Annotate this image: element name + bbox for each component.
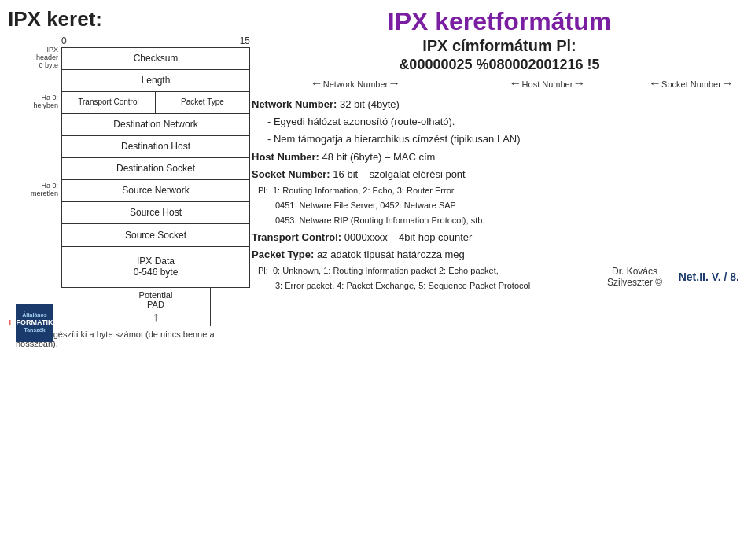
field-src-socket-label: Source Socket xyxy=(125,230,186,241)
bit-label-15: 15 xyxy=(240,35,250,46)
socket-pl-line2: 0451: Netware File Server, 0452: Netware… xyxy=(275,199,747,212)
host-number-line: Host Number: 48 bit (6byte) – MAC cím xyxy=(252,149,747,165)
ipx-data-label: IPX Data0-546 byte xyxy=(134,256,179,278)
field-dest-socket: Destination Socket xyxy=(62,158,249,180)
socket-pl-text3: 0453: Netware RIP (Routing Information P… xyxy=(275,216,484,225)
field-dest-network: Destination Network xyxy=(62,114,249,136)
subtitle: IPX címformátum Pl: xyxy=(252,37,747,55)
logo-line1: Általános xyxy=(22,312,47,319)
socket-number-detail: 16 bit – szolgálat elérési pont xyxy=(333,168,465,180)
host-number-detail: 48 bit (6byte) – MAC cím xyxy=(322,151,436,163)
packet-pl-text2: 3: Error packet, 4: Packet Exchange, 5: … xyxy=(275,281,530,290)
logo-line3: Tanszék xyxy=(24,327,45,333)
network-number-p1: - Egyedi hálózat azonosító (route-olható… xyxy=(252,114,747,130)
field-checksum-label: Checksum xyxy=(134,53,179,64)
field-length-label: Length xyxy=(142,75,171,86)
packet-type-bold: Packet Type: xyxy=(252,249,314,260)
bit-label-0: 0 xyxy=(61,35,67,46)
socket-number-arrow-label: ←Socket Number→ xyxy=(649,76,734,90)
side-label-ipx-header: IPXheader0 byte xyxy=(11,46,58,70)
socket-pl-text2: 0451: Netware File Server, 0452: Netware… xyxy=(275,201,456,210)
network-number-detail: 32 bit (4byte) xyxy=(340,98,400,110)
field-dest-socket-label: Destination Socket xyxy=(116,163,195,174)
packet-type-detail: az adatok tipusát határozza meg xyxy=(317,249,465,260)
page: IPX keret: 0 15 IPXheader0 byte Checksum xyxy=(0,0,755,560)
bottom-right: Net.II. V. / 8. xyxy=(679,271,739,283)
side-label-ha0-helyben: Ha 0:helyben xyxy=(11,94,58,110)
left-column: IPX keret: 0 15 IPXheader0 byte Checksum xyxy=(8,8,252,348)
potential-pad-label: Potential PAD xyxy=(139,290,173,309)
transport-control-cell: Transport Control xyxy=(62,92,156,113)
network-number-p2: - Nem támogatja a hierarchikus címzést (… xyxy=(252,131,747,147)
field-rows: IPXheader0 byte Checksum Length Ha 0:hel… xyxy=(61,47,250,247)
host-number-arrow-label: ←Host Number→ xyxy=(510,76,586,90)
field-src-host-label: Source Host xyxy=(130,207,182,218)
packet-type-cell: Packet Type xyxy=(156,92,249,113)
ipx-keret-title: IPX keret: xyxy=(8,8,252,31)
field-src-network-label: Source Network xyxy=(122,185,189,196)
frame-diagram: 0 15 IPXheader0 byte Checksum Length xyxy=(8,35,252,326)
logo-area: Általános INFORMATIKAI Tanszék xyxy=(16,304,53,342)
arrow-up-icon: ↑ xyxy=(153,310,159,324)
field-checksum: IPXheader0 byte Checksum xyxy=(62,48,249,70)
transport-control-line: Transport Control: 0000xxxx – 4bit hop c… xyxy=(252,230,747,245)
field-length: Length xyxy=(62,70,249,92)
network-number-line: Network Number: 32 bit (4byte) xyxy=(252,97,747,112)
socket-pl-text: 1: Routing Information, 2: Echo, 3: Rout… xyxy=(273,186,455,195)
addr-example: &00000025 %080002001216 !5 xyxy=(252,57,747,73)
field-src-socket: Source Socket xyxy=(62,224,249,246)
logo-box: Általános INFORMATIKAI Tanszék xyxy=(16,304,53,342)
socket-number-line: Socket Number: 16 bit – szolgálat elérés… xyxy=(252,167,747,182)
packet-pl-text: 0: Unknown, 1: Routing Information packe… xyxy=(273,266,499,275)
field-transport-packet: Ha 0:helyben Transport Control Packet Ty… xyxy=(62,92,249,114)
arrow-labels-row: ←Network Number→ ←Host Number→ ←Socket N… xyxy=(252,75,747,90)
network-number-arrow: ←Network Number→ xyxy=(260,76,451,90)
socket-pl-label: Pl: xyxy=(258,186,268,195)
field-dest-host-label: Destination Host xyxy=(121,141,190,152)
main-title: IPX keretformátum xyxy=(252,8,747,35)
socket-number-bold: Socket Number: xyxy=(252,168,330,180)
potential-pad-container: Potential PAD ↑ xyxy=(61,288,250,326)
socket-pl-line3: 0453: Netware RIP (Routing Information P… xyxy=(275,214,747,227)
network-number-bold: Network Number: xyxy=(252,98,337,110)
content-body: Network Number: 32 bit (4byte) - Egyedi … xyxy=(252,97,747,293)
transport-control-detail: 0000xxxx – 4bit hop counter xyxy=(344,231,473,243)
transport-control-bold: Transport Control: xyxy=(252,231,341,243)
bottom-bar: Dr. Kovács Szilveszter © Net.II. V. / 8. xyxy=(503,266,739,288)
socket-pl-line1: Pl: 1: Routing Information, 2: Echo, 3: … xyxy=(252,184,747,197)
host-number-bold: Host Number: xyxy=(252,151,319,163)
packet-pl-label: Pl: xyxy=(258,266,268,275)
side-label-ha0-meretlen: Ha 0:meretlen xyxy=(11,182,58,198)
network-number-arrow-label: ←Network Number→ xyxy=(311,76,401,90)
field-dest-network-label: Destination Network xyxy=(113,119,197,130)
logo-line2: INFORMATIKAI xyxy=(9,319,61,327)
bottom-center: Dr. Kovács Szilveszter © xyxy=(591,266,678,288)
field-src-host: Source Host xyxy=(62,202,249,224)
socket-number-arrow: ←Socket Number→ xyxy=(643,76,739,90)
ipx-data-box: IPX Data0-546 byte xyxy=(61,247,250,288)
field-src-network: Ha 0:meretlen Source Network xyxy=(62,180,249,202)
potential-pad-box: Potential PAD ↑ xyxy=(101,288,211,326)
host-number-arrow: ←Host Number→ xyxy=(451,76,643,90)
right-column: IPX keretformátum IPX címformátum Pl: &0… xyxy=(252,8,747,294)
packet-type-line: Packet Type: az adatok tipusát határozza… xyxy=(252,247,747,263)
field-dest-host: Destination Host xyxy=(62,136,249,158)
